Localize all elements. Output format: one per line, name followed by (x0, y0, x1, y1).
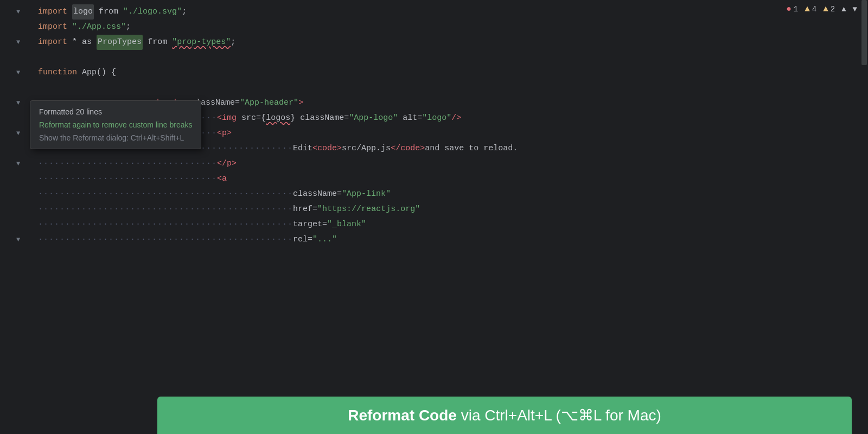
code-line-6 (33, 80, 868, 95)
warn-count-1: 4 (812, 5, 816, 14)
tooltip-show-dialog: Show the Reformat dialog: Ctrl+Alt+Shift… (39, 133, 192, 142)
scrollbar-thumb[interactable] (861, 0, 867, 65)
warn-icon-2: ▲ (823, 4, 828, 14)
reformat-tooltip: Formatted 20 lines Reformat again to rem… (30, 100, 201, 149)
fold-arrow-5[interactable]: ▼ (16, 65, 20, 80)
banner-normal-text: via Ctrl+Alt+L (⌥⌘L for Mac) (457, 407, 661, 424)
code-line-href: ········································… (33, 202, 868, 217)
tooltip-reformat-again[interactable]: Reformat again to remove custom line bre… (39, 120, 192, 129)
code-line-a: ································· <a (33, 171, 868, 187)
warn-badge-1: ▲ 4 (805, 4, 816, 14)
error-count: 1 (794, 5, 798, 14)
code-line-1: ▼ import logo from "./logo.svg"; (33, 4, 868, 20)
code-line-classname: ········································… (33, 187, 868, 202)
tooltip-formatted-lines: Formatted 20 lines (39, 107, 192, 116)
fold-arrow-p[interactable]: ▼ (16, 126, 20, 141)
scrollbar-track[interactable] (860, 0, 868, 434)
fold-arrow-1[interactable]: ▼ (16, 4, 20, 20)
reformat-code-banner: Reformat Code via Ctrl+Alt+L (⌥⌘L for Ma… (157, 397, 852, 434)
top-bar: ● 1 ▲ 4 ▲ 2 ▲ ▼ (786, 4, 857, 14)
editor-area: ● 1 ▲ 4 ▲ 2 ▲ ▼ ▼ import logo from "./lo… (0, 0, 868, 434)
code-line-rel: ▼ ······································… (33, 232, 868, 247)
chevron-up-icon[interactable]: ▲ (841, 5, 846, 14)
error-badge: ● 1 (786, 4, 798, 14)
warn-badge-2: ▲ 2 (823, 4, 835, 14)
code-line-2: import "./App.css"; (33, 20, 868, 35)
chevron-down-icon[interactable]: ▼ (853, 5, 857, 14)
code-line-target: ········································… (33, 217, 868, 232)
warn-icon-1: ▲ (805, 4, 810, 14)
fold-arrow-rel[interactable]: ▼ (16, 232, 20, 247)
error-icon: ● (786, 4, 792, 14)
code-line-4 (33, 50, 868, 65)
fold-arrow-p-close[interactable]: ▼ (16, 156, 20, 171)
code-line-5: ▼ function App() { (33, 65, 868, 80)
warn-count-2: 2 (831, 5, 835, 14)
fold-arrow-header[interactable]: ▼ (16, 95, 20, 111)
code-line-3: ▼ import * as PropTypes from "prop-types… (33, 35, 868, 50)
fold-arrow-3[interactable]: ▼ (16, 35, 20, 50)
banner-bold-text: Reformat Code (348, 407, 457, 424)
banner-content: Reformat Code via Ctrl+Alt+L (⌥⌘L for Ma… (348, 406, 661, 424)
code-line-p-close: ▼ ································· </p> (33, 156, 868, 171)
